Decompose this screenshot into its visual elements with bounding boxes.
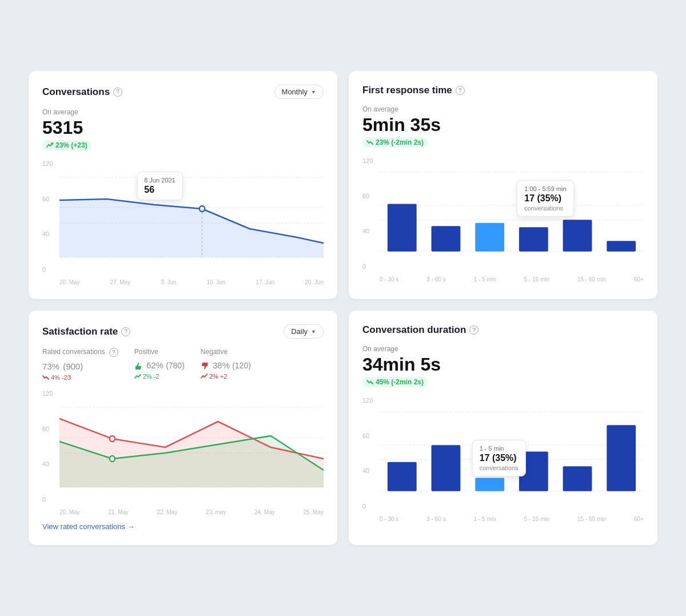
satisfaction-main-badge: 4% -23 — [42, 374, 118, 381]
duration-chart: 120 60 40 0 1 - 5 min 17 (35%) conversat… — [362, 397, 644, 522]
first-response-bar-svg — [380, 157, 644, 272]
conversations-badge: 23% (+23) — [42, 140, 91, 150]
svg-rect-11 — [432, 226, 461, 251]
conversations-chart-inner: 8 Jun 2021 56 — [59, 160, 324, 285]
view-rated-link[interactable]: View rated conversations → — [42, 522, 135, 531]
satisfaction-negative-label: Negative — [201, 348, 251, 356]
conversations-card: Conversations ? Monthly ▼ On average 531… — [29, 71, 337, 299]
satisfaction-positive-value: 62% (780) — [134, 357, 185, 372]
conversations-header: Conversations ? Monthly ▼ — [42, 85, 324, 99]
thumbs-up-icon — [134, 362, 142, 370]
conversations-help-icon[interactable]: ? — [113, 88, 122, 97]
chevron-down-icon: ▼ — [311, 89, 316, 95]
conversations-title-group: Conversations ? — [42, 86, 122, 98]
first-response-x-labels: 0 - 30 s 3 - 60 s 1 - 5 min 5 - 15 min 1… — [380, 276, 644, 283]
duration-title: Conversation duration — [362, 324, 466, 336]
thumbs-down-icon — [201, 362, 209, 370]
satisfaction-positive-label: Positive — [134, 348, 185, 356]
dashboard: Conversations ? Monthly ▼ On average 531… — [29, 71, 657, 545]
svg-rect-32 — [607, 425, 636, 491]
conversations-y-labels: 120 60 40 0 — [42, 160, 56, 273]
first-response-help-icon[interactable]: ? — [456, 86, 465, 95]
trending-up-red-icon — [201, 373, 208, 380]
svg-rect-28 — [432, 445, 461, 491]
svg-rect-10 — [388, 204, 417, 252]
duration-title-group: Conversation duration ? — [362, 324, 478, 336]
first-response-badge: 23% (-2min 2s) — [362, 137, 428, 148]
satisfaction-period-dropdown[interactable]: Daily ▼ — [284, 324, 324, 339]
satisfaction-main-value: 73% (900) — [42, 358, 118, 373]
satisfaction-title-group: Satisfaction rate ? — [42, 326, 130, 337]
svg-rect-12 — [475, 223, 504, 252]
conversations-x-labels: 20. May 27. May 3. Jun 10. Jun 17. Jun 2… — [59, 279, 324, 285]
duration-stat-value: 34min 5s — [362, 355, 644, 373]
trending-down-icon — [366, 139, 373, 146]
satisfaction-negative-badge: 2% +2 — [201, 373, 251, 380]
satisfaction-stats: Rated conversations ? 73% (900) 4% -23 P… — [42, 348, 324, 381]
satisfaction-positive-group: Positive 62% (780) 2% -2 — [134, 348, 185, 381]
satisfaction-chart-inner: 20. May 21. May 22. May 23. may 24. May … — [59, 390, 324, 515]
satisfaction-main-group: Rated conversations ? 73% (900) 4% -23 — [42, 348, 118, 381]
conversations-line-svg — [59, 160, 324, 275]
rated-help-icon[interactable]: ? — [109, 348, 118, 357]
satisfaction-rated-label: Rated conversations ? — [42, 348, 118, 357]
satisfaction-y-labels: 120 60 40 0 — [42, 390, 56, 503]
svg-rect-15 — [607, 241, 636, 251]
trending-down-green-icon — [134, 373, 141, 380]
satisfaction-positive-badge: 2% -2 — [134, 373, 185, 380]
first-response-header: First response time ? — [362, 85, 644, 96]
svg-rect-13 — [519, 227, 548, 252]
satisfaction-line-svg — [59, 390, 324, 504]
satisfaction-help-icon[interactable]: ? — [121, 327, 130, 336]
first-response-card: First response time ? On average 5min 35… — [349, 71, 657, 299]
duration-help-icon[interactable]: ? — [469, 325, 478, 335]
svg-rect-29 — [475, 478, 504, 491]
first-response-chart: 120 60 40 0 1:00 - 5:59 min 17 (35%) con… — [362, 157, 644, 283]
duration-bar-svg — [380, 397, 644, 511]
conversations-chart: 120 60 40 0 8 Jun 2021 56 — [42, 160, 324, 285]
conversations-period-dropdown[interactable]: Monthly ▼ — [274, 85, 324, 99]
trending-down-red-icon — [42, 374, 49, 381]
svg-point-21 — [110, 436, 115, 442]
duration-y-labels: 120 60 40 0 — [362, 397, 376, 510]
duration-chart-inner: 1 - 5 min 17 (35%) conversations — [380, 397, 644, 522]
conversations-title: Conversations — [42, 86, 110, 98]
conversations-avg-label: On average — [42, 108, 324, 116]
satisfaction-header: Satisfaction rate ? Daily ▼ — [42, 324, 324, 339]
first-response-avg-label: On average — [362, 105, 644, 113]
satisfaction-x-labels: 20. May 21. May 22. May 23. may 24. May … — [59, 509, 324, 515]
duration-x-labels: 0 - 30 s 3 - 60 s 1 - 5 min 5 - 15 min 1… — [380, 516, 644, 522]
duration-card: Conversation duration ? On average 34min… — [349, 311, 657, 545]
satisfaction-negative-value: 38% (120) — [201, 357, 251, 372]
duration-avg-label: On average — [362, 345, 644, 353]
satisfaction-card: Satisfaction rate ? Daily ▼ Rated conver… — [29, 311, 337, 545]
first-response-y-labels: 120 60 40 0 — [362, 157, 376, 270]
svg-rect-14 — [563, 220, 592, 251]
satisfaction-title: Satisfaction rate — [42, 326, 118, 337]
first-response-stat-value: 5min 35s — [362, 116, 644, 134]
duration-header: Conversation duration ? — [362, 324, 644, 336]
trending-down-duration-icon — [366, 379, 373, 386]
svg-point-22 — [110, 456, 115, 462]
first-response-chart-inner: 1:00 - 5:59 min 17 (35%) conversations — [380, 157, 644, 283]
satisfaction-negative-group: Negative 38% (120) 2% +2 — [201, 348, 251, 381]
conversations-stat-value: 5315 — [42, 118, 324, 137]
first-response-title: First response time — [362, 85, 452, 96]
chevron-down-icon: ▼ — [311, 329, 316, 335]
svg-rect-30 — [519, 451, 548, 491]
duration-badge: 45% (-2min 2s) — [362, 377, 428, 387]
satisfaction-chart: 120 60 40 0 — [42, 390, 324, 515]
svg-rect-31 — [563, 466, 592, 491]
svg-rect-27 — [388, 462, 417, 491]
first-response-title-group: First response time ? — [362, 85, 465, 96]
trending-up-icon — [46, 142, 53, 149]
